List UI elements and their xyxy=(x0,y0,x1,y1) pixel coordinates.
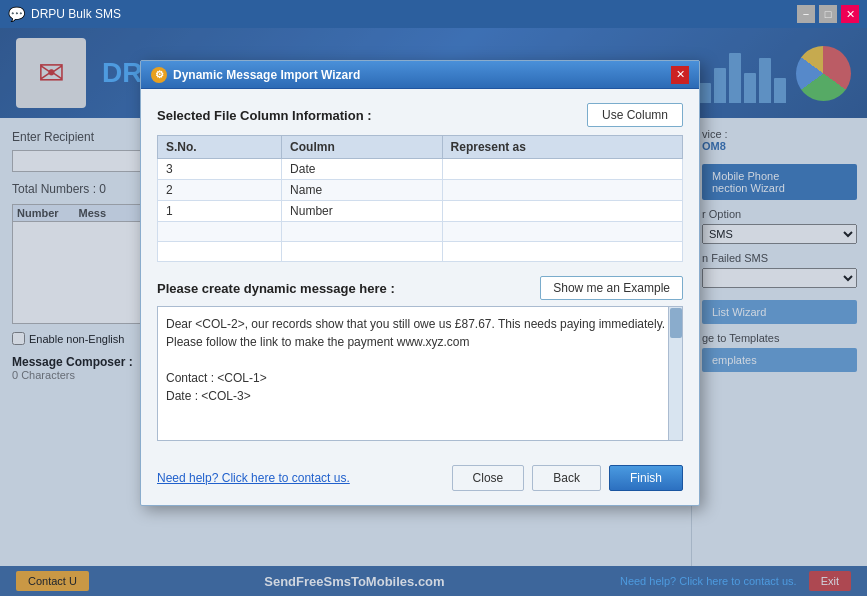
table-row: 1 Number xyxy=(158,201,683,222)
table-row: 3 Date xyxy=(158,159,683,180)
col-column-header: Coulmn xyxy=(282,136,443,159)
back-button[interactable]: Back xyxy=(532,465,601,491)
minimize-button[interactable]: − xyxy=(797,5,815,23)
dynamic-section: Please create dynamic message here : Sho… xyxy=(157,276,683,441)
dialog: ⚙ Dynamic Message Import Wizard ✕ Select… xyxy=(140,60,700,506)
cell-sno: 3 xyxy=(158,159,282,180)
cell-represent xyxy=(442,201,682,222)
app-window: 💬 DRPU Bulk SMS − □ ✕ ✉ DRPU Bulk SMS xyxy=(0,0,867,596)
footer-buttons: Close Back Finish xyxy=(452,465,683,491)
dialog-close-button[interactable]: ✕ xyxy=(671,66,689,84)
wizard-icon: ⚙ xyxy=(151,67,167,83)
title-bar-controls: − □ ✕ xyxy=(797,5,859,23)
use-column-button[interactable]: Use Column xyxy=(587,103,683,127)
cell-colname: Date xyxy=(282,159,443,180)
dialog-help-link[interactable]: Need help? Click here to contact us. xyxy=(157,471,350,485)
dialog-title-bar: ⚙ Dynamic Message Import Wizard ✕ xyxy=(141,61,699,89)
message-textarea[interactable] xyxy=(158,307,682,437)
col-sno-header: S.No. xyxy=(158,136,282,159)
column-info-table: S.No. Coulmn Represent as 3 Date 2 Name … xyxy=(157,135,683,262)
table-row: 2 Name xyxy=(158,180,683,201)
table-row-empty1 xyxy=(158,222,683,242)
dialog-title: ⚙ Dynamic Message Import Wizard xyxy=(151,67,360,83)
cell-sno: 2 xyxy=(158,180,282,201)
app-close-button[interactable]: ✕ xyxy=(841,5,859,23)
section1-header: Selected File Column Information : xyxy=(157,108,372,123)
cell-colname: Name xyxy=(282,180,443,201)
dynamic-header: Please create dynamic message here : xyxy=(157,281,395,296)
show-example-button[interactable]: Show me an Example xyxy=(540,276,683,300)
cell-represent xyxy=(442,159,682,180)
section1-header-row: Selected File Column Information : Use C… xyxy=(157,103,683,127)
cell-represent xyxy=(442,180,682,201)
finish-button[interactable]: Finish xyxy=(609,465,683,491)
cell-sno: 1 xyxy=(158,201,282,222)
title-bar-title: 💬 DRPU Bulk SMS xyxy=(8,6,121,22)
cell-colname: Number xyxy=(282,201,443,222)
dynamic-header-row: Please create dynamic message here : Sho… xyxy=(157,276,683,300)
app-title: DRPU Bulk SMS xyxy=(31,7,121,21)
col-represent-header: Represent as xyxy=(442,136,682,159)
close-button[interactable]: Close xyxy=(452,465,525,491)
scrollbar-thumb xyxy=(670,308,682,338)
maximize-button[interactable]: □ xyxy=(819,5,837,23)
textarea-scrollbar[interactable] xyxy=(668,307,682,440)
table-row-empty2 xyxy=(158,242,683,262)
dialog-body: Selected File Column Information : Use C… xyxy=(141,89,699,455)
title-bar: 💬 DRPU Bulk SMS − □ ✕ xyxy=(0,0,867,28)
dialog-footer: Need help? Click here to contact us. Clo… xyxy=(141,455,699,505)
message-area-wrapper xyxy=(157,306,683,441)
